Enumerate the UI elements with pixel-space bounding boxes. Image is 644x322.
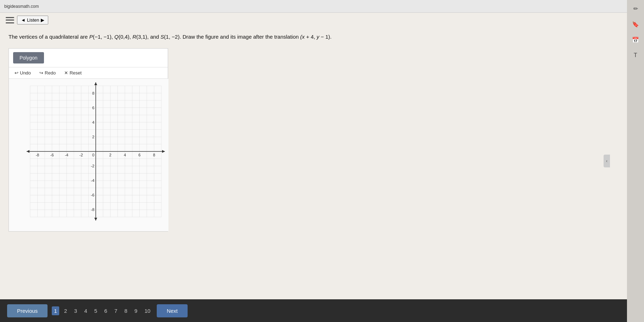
page-10[interactable]: 10 [142, 306, 152, 315]
main-content: bigideasmath.com ◄ Listen ▶ The vertices… [0, 0, 627, 322]
redo-button[interactable]: ↪ Redo [39, 70, 56, 76]
calendar-icon[interactable]: 📅 [630, 34, 641, 45]
graph-container: Polygon ↩ Undo ↪ Redo ✕ Reset [9, 48, 168, 232]
question-text: The vertices of a quadrilateral are P(−1… [9, 33, 618, 41]
listen-button[interactable]: ◄ Listen ▶ [17, 16, 48, 24]
text-icon[interactable]: T [630, 50, 641, 61]
reset-icon: ✕ [64, 70, 68, 76]
page-4[interactable]: 4 [82, 306, 89, 315]
reset-button[interactable]: ✕ Reset [64, 70, 82, 76]
next-button[interactable]: Next [157, 304, 188, 317]
page-2[interactable]: 2 [62, 306, 69, 315]
undo-button[interactable]: ↩ Undo [15, 70, 31, 76]
polygon-button[interactable]: Polygon [13, 52, 44, 63]
browser-bar: bigideasmath.com [0, 0, 627, 13]
coordinate-graph[interactable] [9, 79, 168, 231]
page-7[interactable]: 7 [112, 306, 119, 315]
bottom-nav: Previous 1 2 3 4 5 6 7 8 9 10 Next [0, 299, 627, 322]
page-1[interactable]: 1 [52, 306, 59, 315]
page-5[interactable]: 5 [92, 306, 99, 315]
edit-tools-row: ↩ Undo ↪ Redo ✕ Reset [9, 67, 168, 79]
redo-label: Redo [45, 70, 56, 76]
polygon-btn-row: Polygon [9, 49, 168, 67]
previous-button[interactable]: Previous [7, 304, 48, 317]
page-numbers: 1 2 3 4 5 6 7 8 9 10 [52, 306, 152, 315]
redo-icon: ↪ [39, 70, 43, 76]
speaker-icon: ◄ [21, 17, 26, 23]
undo-label: Undo [20, 70, 31, 76]
edit-icon[interactable]: ✏ [630, 3, 641, 14]
undo-icon: ↩ [15, 70, 18, 76]
reset-label: Reset [70, 70, 82, 76]
page-3[interactable]: 3 [72, 306, 79, 315]
page-6[interactable]: 6 [102, 306, 109, 315]
page-8[interactable]: 8 [122, 306, 129, 315]
browser-url: bigideasmath.com [4, 4, 623, 9]
toolbar-row: ◄ Listen ▶ [0, 13, 627, 27]
right-sidebar: ✏ 🔖 📅 T [627, 0, 644, 322]
page-9[interactable]: 9 [132, 306, 139, 315]
bookmark-icon[interactable]: 🔖 [630, 18, 641, 30]
play-icon: ▶ [41, 17, 44, 23]
collapse-tab[interactable]: ‹ [604, 155, 610, 167]
listen-label: Listen [27, 17, 39, 23]
graph-area[interactable] [9, 79, 168, 231]
question-area: The vertices of a quadrilateral are P(−1… [0, 27, 627, 48]
hamburger-icon[interactable] [6, 17, 14, 23]
